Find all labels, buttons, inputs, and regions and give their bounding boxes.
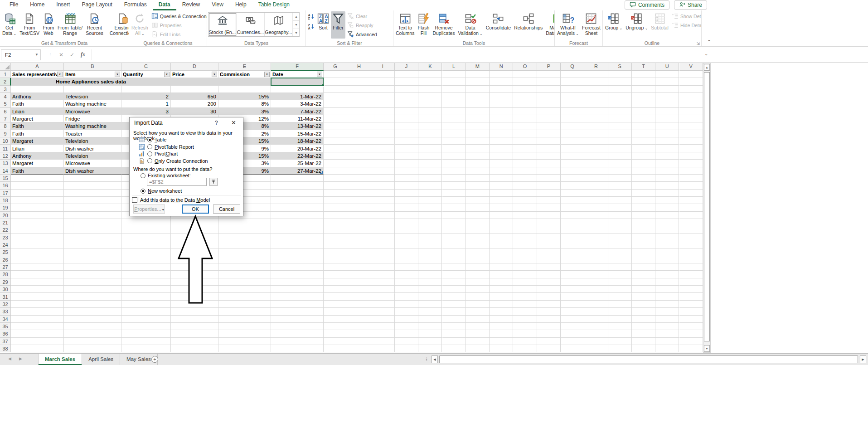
cell-F15[interactable] [271,175,324,182]
row-header-20[interactable]: 20 [0,212,11,219]
cell-M25[interactable] [466,248,490,256]
cell-A21[interactable] [11,219,64,226]
cell-Q12[interactable] [561,152,584,160]
cell-L5[interactable] [442,100,466,107]
cell-N35[interactable] [490,323,513,330]
cell-F13[interactable]: 25-Mar-22 [271,160,324,167]
cell-L33[interactable] [442,308,466,315]
row-header-4[interactable]: 4 [0,93,11,100]
cell-O32[interactable] [513,301,537,308]
cell-J29[interactable] [395,278,418,286]
cell-U35[interactable] [655,323,679,330]
cell-U29[interactable] [655,278,679,286]
cell-L22[interactable] [442,226,466,234]
cell-R5[interactable] [584,100,608,107]
cell-N19[interactable] [490,204,513,211]
cell-Q35[interactable] [561,323,584,330]
cell-I8[interactable] [371,122,395,130]
cell-O27[interactable] [513,263,537,271]
cell-Q22[interactable] [561,226,584,234]
cell-Q38[interactable] [561,345,584,352]
cell-Q14[interactable] [561,167,584,175]
cell-K35[interactable] [418,323,442,330]
cell-D1[interactable]: Price▼ [171,71,218,78]
show-detail-button[interactable]: Show Detail [670,12,702,20]
cell-G32[interactable] [324,301,347,308]
cell-E25[interactable] [218,248,271,256]
filter-dropdown-icon-sales-representative[interactable]: ▼ [57,72,63,77]
cell-C36[interactable] [121,330,171,337]
cell-L32[interactable] [442,301,466,308]
cell-O25[interactable] [513,248,537,256]
cell-Q32[interactable] [561,301,584,308]
col-header-J[interactable]: J [395,63,418,71]
cell-C23[interactable] [121,234,171,241]
row-header-11[interactable]: 11 [0,145,11,152]
cell-L2[interactable] [442,78,466,85]
cell-B11[interactable]: Dish washer [64,145,121,152]
cell-H4[interactable] [347,93,371,100]
cell-N21[interactable] [490,219,513,226]
cell-G4[interactable] [324,93,347,100]
col-header-F[interactable]: F [271,63,324,71]
cell-O28[interactable] [513,271,537,278]
tab-home[interactable]: Home [24,0,50,10]
cell-F3[interactable] [271,86,324,93]
cell-L7[interactable] [442,115,466,122]
cell-B22[interactable] [64,226,121,234]
cell-N20[interactable] [490,212,513,219]
cell-Q3[interactable] [561,86,584,93]
cell-G14[interactable] [324,167,347,175]
cell-H14[interactable] [347,167,371,175]
cell-A25[interactable] [11,248,64,256]
cell-A24[interactable] [11,241,64,248]
collapse-dialog-button[interactable] [209,178,218,186]
cell-F12[interactable]: 22-Mar-22 [271,152,324,160]
cell-F4[interactable]: 1-Mar-22 [271,93,324,100]
cell-S7[interactable] [608,115,632,122]
col-header-S[interactable]: S [608,63,632,71]
cell-I13[interactable] [371,160,395,167]
cell-A34[interactable] [11,316,64,323]
cell-M31[interactable] [466,293,490,301]
cell-E26[interactable] [218,256,271,263]
cell-V4[interactable] [679,93,703,100]
cell-A29[interactable] [11,278,64,286]
row-header-25[interactable]: 25 [0,248,11,256]
cell-R31[interactable] [584,293,608,301]
cell-R27[interactable] [584,263,608,271]
cell-V34[interactable] [679,316,703,323]
cell-R4[interactable] [584,93,608,100]
cell-V37[interactable] [679,338,703,345]
cell-M6[interactable] [466,108,490,115]
cell-K5[interactable] [418,100,442,107]
cell-K22[interactable] [418,226,442,234]
expand-formula-bar-icon[interactable]: ⌄ [704,51,708,56]
cell-reference-input[interactable]: =$F$2 [147,178,207,186]
cell-M33[interactable] [466,308,490,315]
cell-T9[interactable] [632,130,655,137]
cell-G18[interactable] [324,197,347,204]
cell-D32[interactable] [171,301,218,308]
cell-V18[interactable] [679,197,703,204]
cell-D23[interactable] [171,234,218,241]
col-header-E[interactable]: E [218,63,271,71]
cell-V7[interactable] [679,115,703,122]
cell-H28[interactable] [347,271,371,278]
cell-H18[interactable] [347,197,371,204]
view-option-pivottable-report[interactable]: PivotTable Report [139,144,194,150]
cell-O29[interactable] [513,278,537,286]
cell-K6[interactable] [418,108,442,115]
cell-N17[interactable] [490,190,513,197]
cell-S32[interactable] [608,301,632,308]
cell-G9[interactable] [324,130,347,137]
cell-D3[interactable] [171,86,218,93]
cell-D2[interactable] [171,78,218,85]
cell-H13[interactable] [347,160,371,167]
row-header-17[interactable]: 17 [0,190,11,197]
cell-D30[interactable] [171,286,218,293]
cell-M8[interactable] [466,122,490,130]
cell-K14[interactable] [418,167,442,175]
cell-Q11[interactable] [561,145,584,152]
from-text-csv-button[interactable]: From Text/CSV [18,11,41,39]
